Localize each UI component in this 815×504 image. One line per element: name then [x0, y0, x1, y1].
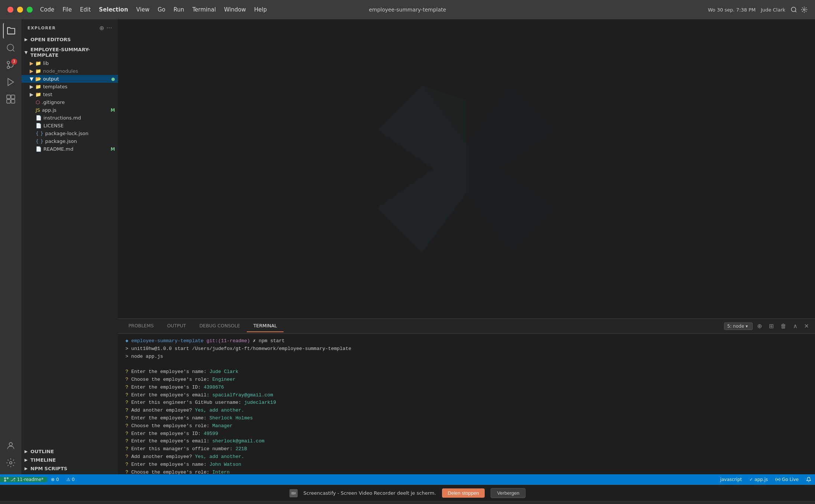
- menu-terminal[interactable]: Terminal: [192, 6, 216, 13]
- menu-file[interactable]: File: [62, 6, 72, 13]
- templates-label: templates: [43, 84, 118, 89]
- svg-point-14: [7, 478, 9, 479]
- sidebar-actions: ⊕ ···: [99, 24, 112, 32]
- stop-sharing-button[interactable]: Delen stoppen: [442, 488, 485, 498]
- menu-selection[interactable]: Selection: [99, 6, 128, 13]
- titlebar: Code File Edit Selection View Go Run Ter…: [0, 0, 815, 19]
- more-options-button[interactable]: ···: [107, 24, 112, 32]
- titlebar-right: Wo 30 sep. 7:38 PM Jude Clark: [708, 6, 808, 13]
- terminal-content[interactable]: ◆ employee-summary-template git:(11-read…: [118, 334, 815, 474]
- svg-point-11: [9, 442, 13, 446]
- language-status[interactable]: javascript: [716, 477, 746, 482]
- statusbar: ⎇ 11-readme* ⊗ 0 ⚠ 0 javascript ✓ app.js…: [0, 474, 815, 485]
- terminal-maximize-button[interactable]: ∧: [791, 322, 800, 330]
- close-button[interactable]: [7, 7, 13, 13]
- npm-scripts-section-header[interactable]: ▶ NPM SCRIPTS: [22, 464, 118, 473]
- open-editors-header[interactable]: ▶ OPEN EDITORS: [22, 35, 118, 44]
- go-live-label: Go Live: [782, 477, 799, 482]
- tab-debug-console[interactable]: DEBUG CONSOLE: [193, 320, 246, 332]
- templates-chevron: ▶: [30, 84, 33, 89]
- menu-code[interactable]: Code: [40, 6, 54, 13]
- tree-item-templates[interactable]: ▶ 📁 templates: [22, 83, 118, 91]
- activity-search[interactable]: [3, 40, 19, 56]
- terminal-blank-1: [125, 360, 808, 368]
- activity-source-control[interactable]: 3: [3, 57, 19, 73]
- terminal-line-1: > unit10hw@1.0.0 start /Users/judefox/gt…: [125, 345, 808, 353]
- outline-section-header[interactable]: ▶ OUTLINE: [22, 447, 118, 456]
- svg-rect-10: [11, 99, 15, 103]
- activity-account[interactable]: [3, 438, 19, 454]
- filename-label: ✓: [749, 477, 753, 482]
- project-section-header[interactable]: ▼ EMPLOYEE-SUMMARY-TEMPLATE: [22, 45, 118, 59]
- warnings-status[interactable]: ⚠ 0: [63, 477, 78, 482]
- settings-icon[interactable]: [801, 6, 808, 13]
- terminal-q9: ? Enter the employee's ID: 49599: [125, 430, 808, 438]
- menu-edit[interactable]: Edit: [80, 6, 91, 13]
- output-badge: ●: [111, 76, 115, 82]
- menu-go[interactable]: Go: [158, 6, 166, 13]
- terminal-close-button[interactable]: ✕: [802, 322, 811, 330]
- go-live-status[interactable]: Go Live: [772, 477, 802, 482]
- terminal-trash-button[interactable]: 🗑: [778, 322, 789, 330]
- bell-icon: [806, 477, 811, 482]
- activity-run[interactable]: [3, 74, 19, 90]
- activity-explorer[interactable]: [3, 23, 19, 39]
- tree-item-test[interactable]: ▶ 📁 test: [22, 91, 118, 98]
- activity-bottom: [3, 438, 19, 474]
- terminal-q11: ? Enter this manager's office number: 22…: [125, 445, 808, 453]
- terminal-q1: ? Enter the employee's name: Jude Clark: [125, 368, 808, 376]
- errors-status[interactable]: ⊗ 0: [47, 477, 63, 482]
- vscode-logo: [118, 19, 815, 318]
- output-chevron: ▼: [30, 76, 33, 82]
- hide-button[interactable]: Verbergen: [491, 488, 526, 498]
- activity-settings[interactable]: [3, 455, 19, 471]
- terminal-split-button[interactable]: ⊞: [766, 322, 776, 330]
- folder-icon: ▶: [30, 60, 33, 66]
- menu-run[interactable]: Run: [173, 6, 184, 13]
- npm-scripts-chevron: ▶: [24, 466, 30, 471]
- search-icon[interactable]: [791, 6, 797, 13]
- tree-item-instructions[interactable]: 📄 instructions.md: [22, 114, 118, 122]
- dock-bar: 30: [0, 501, 815, 504]
- tree-item-package[interactable]: { } package.json: [22, 137, 118, 145]
- editor-empty: [118, 19, 815, 318]
- tree-item-package-lock[interactable]: { } package-lock.json: [22, 130, 118, 137]
- tab-problems[interactable]: PROBLEMS: [122, 320, 160, 332]
- activity-extensions[interactable]: [3, 91, 19, 107]
- tree-item-node-modules[interactable]: ▶ 📁 node_modules: [22, 67, 118, 75]
- menu-view[interactable]: View: [136, 6, 150, 13]
- project-label: EMPLOYEE-SUMMARY-TEMPLATE: [30, 47, 115, 58]
- minimize-button[interactable]: [17, 7, 23, 13]
- tab-output[interactable]: OUTPUT: [160, 320, 193, 332]
- menu-help[interactable]: Help: [254, 6, 267, 13]
- svg-rect-8: [11, 95, 15, 99]
- svg-rect-7: [7, 95, 10, 99]
- tree-item-lib[interactable]: ▶ 📁 lib: [22, 59, 118, 67]
- notification-bell[interactable]: [802, 477, 815, 482]
- terminal-q13: ? Enter the employee's name: John Watson: [125, 461, 808, 469]
- node-selector[interactable]: 5: node ▾: [724, 323, 753, 330]
- instructions-label: instructions.md: [43, 115, 118, 121]
- git-branch-status[interactable]: ⎇ 11-readme*: [0, 477, 47, 482]
- source-control-badge: 3: [11, 59, 17, 65]
- new-file-button[interactable]: ⊕: [99, 24, 104, 32]
- terminal-q5: ? Enter this engineer's GitHub username:…: [125, 399, 808, 407]
- tab-terminal[interactable]: TERMINAL: [247, 320, 284, 332]
- terminal-actions: 5: node ▾ ⊕ ⊞ 🗑 ∧ ✕: [724, 322, 811, 330]
- tree-item-license[interactable]: 📄 LICENSE: [22, 122, 118, 130]
- tree-item-gitignore[interactable]: ⬡ .gitignore: [22, 98, 118, 106]
- tree-item-appjs[interactable]: JS app.js M: [22, 106, 118, 114]
- filename-status[interactable]: ✓ app.js: [746, 477, 772, 482]
- pkglock-icon: { }: [36, 131, 43, 136]
- node-selector-chevron: ▾: [746, 324, 748, 329]
- broadcast-icon: [775, 477, 780, 482]
- terminal-q6: ? Add another employee? Yes, add another…: [125, 407, 808, 415]
- menu-window[interactable]: Window: [224, 6, 246, 13]
- maximize-button[interactable]: [27, 7, 33, 13]
- gitignore-label: .gitignore: [42, 99, 118, 105]
- tree-item-readme[interactable]: 📄 README.md M: [22, 145, 118, 153]
- timeline-section-header[interactable]: ▶ TIMELINE: [22, 456, 118, 464]
- terminal-add-button[interactable]: ⊕: [755, 322, 764, 330]
- terminal-tabs: PROBLEMS OUTPUT DEBUG CONSOLE TERMINAL 5…: [118, 319, 815, 334]
- tree-item-output[interactable]: ▼ 📂 output ●: [22, 75, 118, 83]
